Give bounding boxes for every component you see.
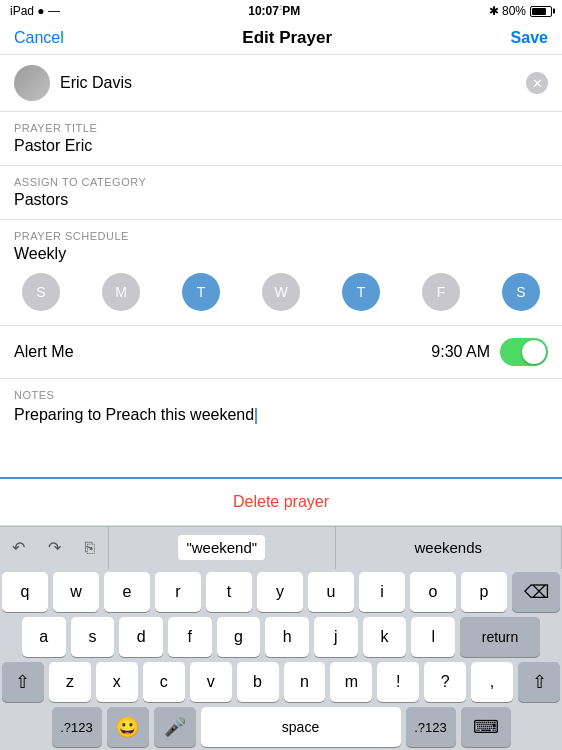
notes-value[interactable]: Preparing to Preach this weekend: [14, 404, 548, 426]
battery-icon: [530, 6, 552, 17]
undo-button[interactable]: ↶: [0, 530, 36, 566]
day-circle-t-4[interactable]: T: [342, 273, 380, 311]
key-z[interactable]: z: [49, 662, 91, 702]
key-v[interactable]: v: [190, 662, 232, 702]
alert-label: Alert Me: [14, 343, 74, 361]
status-time: 10:07 PM: [248, 4, 300, 18]
status-right: ✱ 80%: [489, 4, 552, 18]
key-g[interactable]: g: [217, 617, 261, 657]
day-circle-m-1[interactable]: M: [102, 273, 140, 311]
alert-toggle[interactable]: [500, 338, 548, 366]
key-y[interactable]: y: [257, 572, 303, 612]
delete-button[interactable]: Delete prayer: [233, 493, 329, 511]
key-b[interactable]: b: [237, 662, 279, 702]
suggestion-item-1[interactable]: "weekend": [108, 527, 336, 569]
key-num: 1: [279, 4, 283, 12]
alert-right: 9:30 AM: [431, 338, 548, 366]
nav-bar: Cancel Edit Prayer Save: [0, 22, 562, 55]
key-w[interactable]: w: [53, 572, 99, 612]
notes-section: NOTES Preparing to Preach this weekend: [0, 379, 562, 479]
key-t[interactable]: t: [206, 572, 252, 612]
key-u[interactable]: u: [308, 572, 354, 612]
key-s[interactable]: s: [71, 617, 115, 657]
key-question[interactable]: ?: [424, 662, 466, 702]
avatar: [14, 65, 50, 101]
key-d[interactable]: d: [119, 617, 163, 657]
key-a[interactable]: a: [22, 617, 66, 657]
delete-key[interactable]: ⌫: [512, 572, 560, 612]
key-o[interactable]: o: [410, 572, 456, 612]
schedule-label: PRAYER SCHEDULE: [14, 230, 548, 242]
bluetooth-icon: ✱ 80%: [489, 4, 526, 18]
nav-title: Edit Prayer: [242, 28, 332, 48]
days-row: SMTWTFS: [14, 273, 548, 311]
prayer-title-value[interactable]: Pastor Eric: [14, 137, 548, 155]
space-key[interactable]: space: [201, 707, 401, 747]
day-circle-f-5[interactable]: F: [422, 273, 460, 311]
suggestion-bar: ↶ ↷ ⎘ "weekend" weekends: [0, 526, 562, 568]
key-p[interactable]: p: [461, 572, 507, 612]
notes-label: NOTES: [14, 389, 548, 401]
num-switch-key-right[interactable]: .?123: [406, 707, 456, 747]
suggestion-item-2[interactable]: weekends: [336, 527, 563, 569]
status-left: iPad ● —: [10, 4, 60, 18]
key-x[interactable]: x: [96, 662, 138, 702]
shift-key-right[interactable]: ⇧: [518, 662, 560, 702]
suggestion-text-1: "weekend": [178, 535, 265, 560]
key-row-4: .?123 😀 🎤 space .?123 ⌨: [2, 707, 560, 747]
schedule-value: Weekly: [14, 245, 548, 263]
key-e[interactable]: e: [104, 572, 150, 612]
key-row-1: 1q w e r t y u i o p ⌫: [2, 572, 560, 612]
key-m[interactable]: m: [330, 662, 372, 702]
user-row: Eric Davis ✕: [0, 55, 562, 112]
key-f[interactable]: f: [168, 617, 212, 657]
close-user-button[interactable]: ✕: [526, 72, 548, 94]
key-row-2: a s d f g h j k l return: [2, 617, 560, 657]
text-cursor: [255, 408, 257, 424]
user-info: Eric Davis: [14, 65, 132, 101]
alert-row: Alert Me 9:30 AM: [0, 326, 562, 379]
key-r[interactable]: r: [155, 572, 201, 612]
shift-key[interactable]: ⇧: [2, 662, 44, 702]
key-q[interactable]: 1q: [2, 572, 48, 612]
user-name: Eric Davis: [60, 74, 132, 92]
key-j[interactable]: j: [314, 617, 358, 657]
save-button[interactable]: Save: [511, 29, 548, 47]
mic-key[interactable]: 🎤: [154, 707, 196, 747]
keyboard: 1q w e r t y u i o p ⌫ a s d f g h j k l…: [0, 568, 562, 750]
avatar-image: [14, 65, 50, 101]
category-value[interactable]: Pastors: [14, 191, 548, 209]
key-comma[interactable]: ,: [471, 662, 513, 702]
prayer-title-section: PRAYER TITLE Pastor Eric: [0, 112, 562, 166]
num-switch-key[interactable]: .?123: [52, 707, 102, 747]
keyboard-dismiss-key[interactable]: ⌨: [461, 707, 511, 747]
key-l[interactable]: l: [411, 617, 455, 657]
key-h[interactable]: h: [265, 617, 309, 657]
delete-section: Delete prayer: [0, 479, 562, 526]
key-exclaim[interactable]: !: [377, 662, 419, 702]
key-k[interactable]: k: [363, 617, 407, 657]
key-row-3: ⇧ z x c v b n m ! ? , ⇧: [2, 662, 560, 702]
schedule-section: PRAYER SCHEDULE Weekly SMTWTFS: [0, 220, 562, 326]
emoji-key[interactable]: 😀: [107, 707, 149, 747]
suggestion-text-2: weekends: [414, 539, 482, 556]
day-circle-s-6[interactable]: S: [502, 273, 540, 311]
prayer-title-label: PRAYER TITLE: [14, 122, 548, 134]
suggestion-items: "weekend" weekends: [108, 527, 562, 569]
day-circle-s-0[interactable]: S: [22, 273, 60, 311]
paste-button[interactable]: ⎘: [72, 530, 108, 566]
day-circle-t-2[interactable]: T: [182, 273, 220, 311]
return-key[interactable]: return: [460, 617, 540, 657]
key-c[interactable]: c: [143, 662, 185, 702]
category-section: ASSIGN TO CATEGORY Pastors: [0, 166, 562, 220]
key-n[interactable]: n: [284, 662, 326, 702]
redo-button[interactable]: ↷: [36, 530, 72, 566]
key-i[interactable]: i: [359, 572, 405, 612]
alert-time: 9:30 AM: [431, 343, 490, 361]
toggle-knob: [522, 340, 546, 364]
day-circle-w-3[interactable]: W: [262, 273, 300, 311]
category-label: ASSIGN TO CATEGORY: [14, 176, 548, 188]
cancel-button[interactable]: Cancel: [14, 29, 64, 47]
